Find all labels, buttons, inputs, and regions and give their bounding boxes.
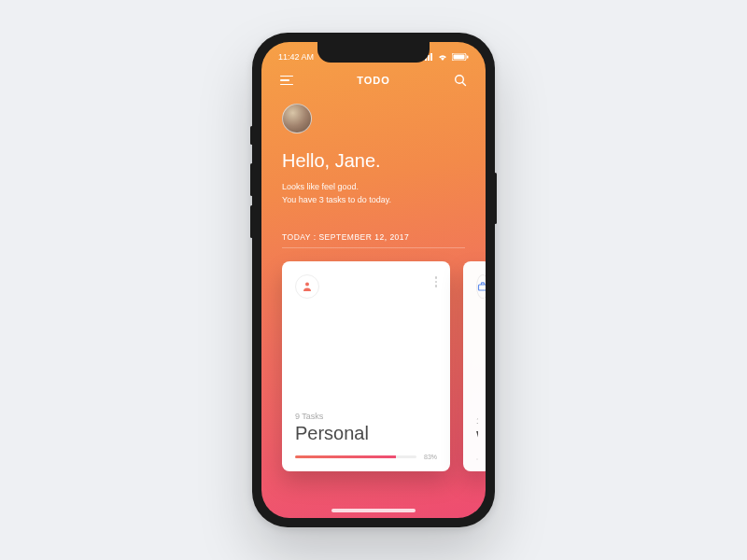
svg-rect-5 [454, 55, 465, 60]
battery-icon [452, 53, 469, 61]
category-card-personal[interactable]: 9 Tasks Personal 83% [282, 261, 450, 471]
power-button [494, 173, 497, 224]
progress-row: 83% [295, 454, 437, 460]
card-more-button[interactable] [435, 274, 438, 287]
svg-rect-2 [428, 55, 430, 61]
menu-button[interactable] [278, 72, 295, 89]
wifi-icon [437, 53, 448, 61]
svg-rect-6 [467, 56, 469, 59]
subtext-line1: Looks like feel good. [282, 181, 465, 194]
card-body: 12 W [476, 416, 478, 461]
card-category-icon [476, 274, 486, 299]
category-name: Personal [295, 423, 437, 444]
search-button[interactable] [452, 72, 469, 89]
home-indicator[interactable] [331, 509, 416, 512]
avatar[interactable] [282, 104, 312, 133]
card-category-icon [295, 274, 319, 299]
app-title: TODO [357, 75, 390, 86]
category-name: W [476, 427, 478, 449]
search-icon [454, 74, 467, 87]
status-time: 11:42 AM [278, 52, 314, 62]
progress-fill [295, 455, 396, 458]
svg-point-9 [305, 283, 309, 287]
subtext-line2: You have 3 tasks to do today. [282, 194, 465, 207]
side-button [250, 126, 253, 145]
card-header [295, 274, 437, 299]
svg-rect-10 [479, 285, 486, 290]
date-label: TODAY : SEPTEMBER 12, 2017 [282, 232, 465, 248]
task-count: 9 Tasks [295, 412, 437, 421]
screen: 11:42 AM TODO Hello, Jane. Looks like fe… [261, 42, 486, 518]
nav-bar: TODO [261, 66, 486, 96]
briefcase-icon [477, 281, 486, 292]
category-card-peek[interactable]: 12 W [463, 261, 486, 471]
progress-percent: 83% [424, 454, 437, 460]
notch [317, 42, 430, 63]
hamburger-icon [280, 76, 293, 86]
progress-track [295, 455, 416, 458]
person-icon [302, 281, 313, 292]
volume-up-button [250, 163, 253, 196]
progress-track [476, 458, 478, 461]
greeting: Hello, Jane. [282, 150, 465, 172]
svg-rect-3 [430, 53, 432, 61]
cards-carousel[interactable]: 9 Tasks Personal 83% [261, 261, 486, 471]
volume-down-button [250, 205, 253, 238]
progress-row [476, 458, 478, 461]
status-right [422, 53, 469, 61]
svg-line-8 [462, 82, 465, 85]
content: Hello, Jane. Looks like feel good. You h… [261, 96, 486, 248]
task-count: 12 [476, 416, 478, 426]
card-body: 9 Tasks Personal 83% [295, 412, 437, 460]
card-header [476, 274, 478, 299]
phone-frame: 11:42 AM TODO Hello, Jane. Looks like fe… [252, 33, 495, 527]
